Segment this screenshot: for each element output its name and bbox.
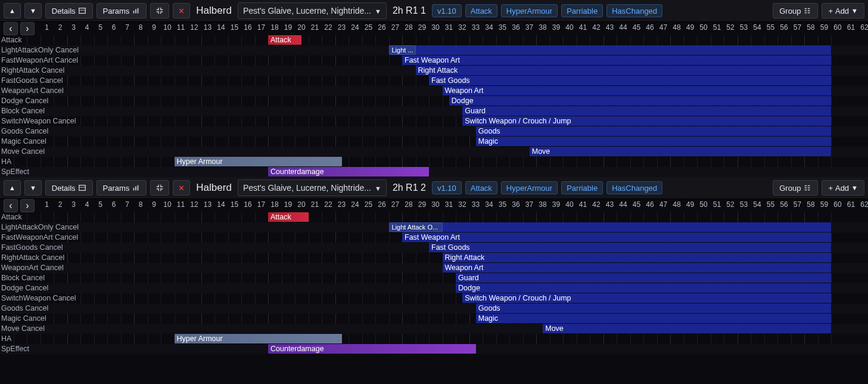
frame-tick: 55 <box>767 200 774 209</box>
add-button[interactable]: + Add ▼ <box>822 180 864 196</box>
parriable-tag[interactable]: Parriable <box>561 181 603 194</box>
timeline-bar[interactable]: Guard <box>456 273 831 283</box>
timeline-row: Move CancelMove <box>0 324 868 334</box>
frame-tick: 55 <box>767 23 774 32</box>
parriable-tag[interactable]: Parriable <box>561 4 603 17</box>
frame-prev-button[interactable]: ‹ <box>4 22 18 35</box>
row-label: FastWeaponArt Cancel <box>1 55 78 66</box>
timeline-bar[interactable] <box>416 45 832 55</box>
frame-tick: 9 <box>152 23 156 32</box>
version-tag[interactable]: v1.10 <box>432 4 462 17</box>
timeline-row: FastGoods CancelFast Goods <box>0 243 868 253</box>
timeline-bar[interactable]: Dodge <box>449 96 831 106</box>
row-label: RightAttack Cancel <box>1 66 64 76</box>
timeline: AttackAttackLightAttackOnly CancelLight … <box>0 212 868 354</box>
timeline-row: SwitchWeapon CancelSwitch Weapon / Crouc… <box>0 116 868 126</box>
timeline-row: Dodge CancelDodge <box>0 283 868 293</box>
timeline-bar[interactable]: Weapon Art <box>443 86 832 95</box>
timeline-row: RightAttack CancelRight Attack <box>0 66 868 76</box>
timeline-bar[interactable]: Hyper Armour <box>175 334 342 343</box>
collapse-down-button[interactable]: ▼ <box>24 180 42 196</box>
frame-prev-button[interactable]: ‹ <box>4 199 18 212</box>
frame-tick: 13 <box>204 23 211 32</box>
timeline-bar[interactable]: Fast Weapon Art <box>402 55 831 65</box>
frame-tick: 11 <box>177 23 185 32</box>
weapon-title: Halberd <box>194 5 234 17</box>
timeline-bar[interactable]: Guard <box>462 106 831 116</box>
details-button[interactable]: Details <box>45 180 93 196</box>
version-tag[interactable]: v1.10 <box>432 181 462 194</box>
timeline-bar[interactable]: Counterdamage <box>268 167 429 176</box>
attack-tag[interactable]: Attack <box>465 4 497 17</box>
group-button[interactable]: Group <box>773 180 818 196</box>
timeline-bar[interactable]: Weapon Art <box>443 263 832 272</box>
timeline-bar[interactable]: Switch Weapon / Crouch / Jump <box>462 116 831 126</box>
row-label: Block Cancel <box>1 106 45 116</box>
frame-ruler[interactable]: 1234567891011121314151617181920212223242… <box>37 22 868 35</box>
collapse-down-button[interactable]: ▼ <box>24 3 42 18</box>
frame-tick: 17 <box>257 200 265 209</box>
frame-ruler[interactable]: 1234567891011121314151617181920212223242… <box>37 199 868 212</box>
timeline-bar[interactable]: Right Attack <box>443 253 832 262</box>
timeline-bar[interactable]: Fast Goods <box>429 243 831 252</box>
haschanged-tag[interactable]: HasChanged <box>606 4 662 17</box>
frame-next-button[interactable]: › <box>20 199 35 212</box>
haschanged-tag[interactable]: HasChanged <box>606 181 662 194</box>
timeline-bar[interactable]: Light Attack O... <box>389 222 443 232</box>
timeline-bar[interactable] <box>443 222 832 232</box>
timeline-bar[interactable]: Move <box>530 147 831 156</box>
frame-next-button[interactable]: › <box>20 22 35 35</box>
add-button[interactable]: + Add ▼ <box>822 3 864 18</box>
timeline-bar[interactable]: Hyper Armour <box>175 157 342 166</box>
timeline-row: HAHyper Armour <box>0 334 868 344</box>
frame-tick: 19 <box>284 23 292 32</box>
timeline-bar[interactable]: Magic <box>476 137 831 146</box>
collapse-up-button[interactable]: ▲ <box>4 3 21 18</box>
frame-tick: 37 <box>525 23 533 32</box>
frame-tick: 12 <box>190 23 198 32</box>
hyperarmour-tag[interactable]: HyperArmour <box>501 4 558 17</box>
timeline-bar[interactable]: Attack <box>268 212 309 222</box>
attack-tag[interactable]: Attack <box>465 181 497 194</box>
frame-tick: 38 <box>539 200 546 209</box>
frame-tick: 2 <box>58 200 63 209</box>
timeline-bar[interactable]: Switch Weapon / Crouch / Jump <box>462 293 831 303</box>
collapse-up-button[interactable]: ▲ <box>4 180 21 196</box>
compress-button[interactable] <box>150 180 169 196</box>
params-button[interactable]: Params <box>97 180 147 196</box>
timeline-row: AttackAttack <box>0 212 868 222</box>
frame-tick: 10 <box>163 23 171 32</box>
timeline-bar[interactable]: Goods <box>476 126 831 136</box>
weapon-variant-dropdown[interactable]: Pest's Glaive, Lucerne, Nightride...▼ <box>238 2 387 19</box>
row-label: Goods Cancel <box>1 304 48 314</box>
hyperarmour-tag[interactable]: HyperArmour <box>501 181 558 194</box>
timeline-bar[interactable]: Dodge <box>456 283 831 293</box>
timeline-bar[interactable]: Counterdamage <box>268 344 476 354</box>
frame-tick: 57 <box>794 23 801 32</box>
timeline-bar[interactable]: Magic <box>476 314 831 323</box>
close-button[interactable]: ✕ <box>173 3 190 18</box>
timeline-bar[interactable]: Light ... <box>389 45 416 55</box>
frame-tick: 35 <box>499 200 506 209</box>
frame-tick: 62 <box>860 23 868 32</box>
close-button[interactable]: ✕ <box>173 180 190 196</box>
weapon-variant-dropdown[interactable]: Pest's Glaive, Lucerne, Nightride...▼ <box>238 179 387 196</box>
timeline-bar[interactable]: Right Attack <box>416 66 832 75</box>
timeline-bar[interactable]: Attack <box>268 35 301 45</box>
group-button[interactable]: Group <box>773 3 818 18</box>
compress-button[interactable] <box>150 3 169 18</box>
frame-tick: 47 <box>659 23 667 32</box>
frame-tick: 42 <box>592 200 600 209</box>
params-button[interactable]: Params <box>97 3 147 18</box>
timeline-bar[interactable]: Fast Goods <box>429 76 831 85</box>
details-button[interactable]: Details <box>45 3 93 18</box>
frame-tick: 5 <box>98 23 102 32</box>
frame-tick: 42 <box>592 23 600 32</box>
frame-tick: 17 <box>257 23 265 32</box>
timeline-bar[interactable]: Goods <box>476 304 831 313</box>
frame-tick: 40 <box>565 200 573 209</box>
toolbar: ▲▼Details Params ✕HalberdPest's Glaive, … <box>0 177 868 199</box>
frame-tick: 46 <box>646 200 654 209</box>
timeline-bar[interactable]: Move <box>543 324 831 333</box>
timeline-bar[interactable]: Fast Weapon Art <box>402 233 831 242</box>
